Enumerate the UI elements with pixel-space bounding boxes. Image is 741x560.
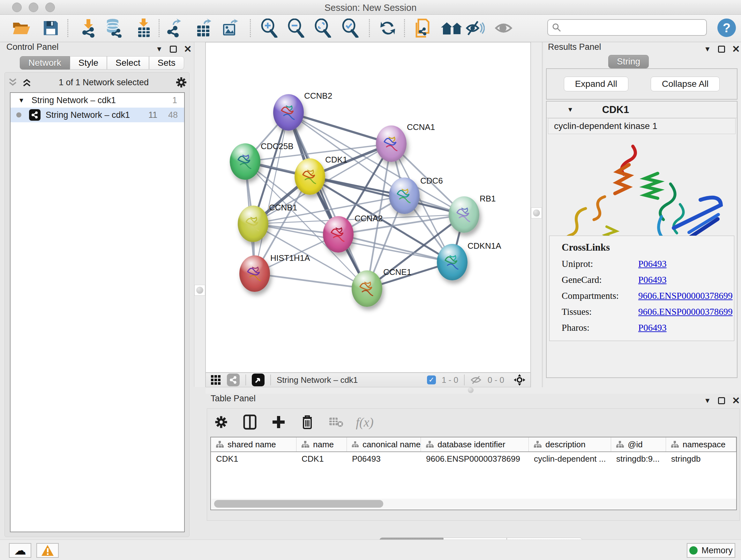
network-node-CCNA1[interactable] xyxy=(376,125,407,162)
network-node-CDC6[interactable] xyxy=(389,178,420,214)
table-cell[interactable]: stringdb:9... xyxy=(611,452,666,467)
right-splitter[interactable] xyxy=(531,42,542,387)
network-canvas[interactable]: CCNB2 CCNA1 CDC25B CDK1 CDC6 RB1 CCNB1 xyxy=(205,42,531,373)
search-box[interactable] xyxy=(547,19,707,36)
save-session-button[interactable] xyxy=(41,18,61,38)
tab-sets[interactable]: Sets xyxy=(149,56,184,70)
delete-column-button[interactable] xyxy=(298,413,316,431)
crosshair-icon[interactable] xyxy=(513,374,526,386)
first-neighbors-button[interactable] xyxy=(440,18,464,38)
gear-icon[interactable] xyxy=(175,76,187,88)
open-session-button[interactable] xyxy=(11,18,31,38)
network-node-CCNE1[interactable] xyxy=(352,270,382,307)
table-settings-button[interactable] xyxy=(212,413,230,431)
export-network-button[interactable] xyxy=(165,18,185,38)
tab-style[interactable]: Style xyxy=(70,56,107,70)
left-splitter[interactable] xyxy=(194,42,205,387)
network-node-HIST1H1A[interactable] xyxy=(239,255,270,292)
horizontal-splitter[interactable] xyxy=(205,387,741,394)
search-input[interactable] xyxy=(561,23,702,33)
tab-select[interactable]: Select xyxy=(107,56,149,70)
pharos-link[interactable]: P06493 xyxy=(638,322,667,333)
grid-view-icon[interactable] xyxy=(210,374,221,385)
network-collection-row[interactable]: ▼ String Network – cdk1 1 xyxy=(10,93,184,108)
column-header-description[interactable]: description xyxy=(529,437,611,451)
clone-network-button[interactable] xyxy=(413,18,433,38)
column-header-database-identifier[interactable]: database identifier xyxy=(421,437,529,451)
network-node-CCNB2[interactable] xyxy=(273,94,304,131)
import-network-from-database-button[interactable] xyxy=(105,18,124,38)
table-cell[interactable]: CDK1 xyxy=(211,452,296,467)
zoom-in-button[interactable] xyxy=(259,18,279,38)
column-header-canonical-name[interactable]: canonical name xyxy=(347,437,421,451)
column-header--id[interactable]: @id xyxy=(611,437,666,451)
warnings-button[interactable] xyxy=(37,543,59,558)
column-header-name[interactable]: name xyxy=(296,437,347,451)
table-panel-close-button[interactable]: ✕ xyxy=(732,395,740,406)
tab-string[interactable]: String xyxy=(608,55,649,68)
import-table-button[interactable] xyxy=(134,18,153,38)
function-builder-button[interactable]: f(x) xyxy=(356,415,374,430)
cloud-button[interactable]: ☁ xyxy=(9,543,31,558)
help-button[interactable]: ? xyxy=(718,18,736,37)
memory-button[interactable]: Memory xyxy=(687,543,735,558)
results-panel-menu-button[interactable]: ▼ xyxy=(704,45,711,53)
network-node-CCNB1[interactable] xyxy=(238,206,268,242)
column-header-namespace[interactable]: namespace xyxy=(666,437,736,451)
import-network-button[interactable] xyxy=(78,18,98,38)
table-hscrollbar[interactable] xyxy=(212,499,736,509)
control-panel-menu-button[interactable]: ▼ xyxy=(156,45,163,53)
table-cell[interactable]: cyclin-dependent ... xyxy=(529,452,611,467)
network-node-CDK1[interactable] xyxy=(294,159,325,195)
splitter-grip[interactable] xyxy=(468,387,474,393)
control-panel-float-button[interactable] xyxy=(170,46,177,53)
show-columns-button[interactable] xyxy=(241,413,259,431)
string-view-icon[interactable] xyxy=(227,374,240,386)
network-row-selected[interactable]: String Network – cdk1 11 48 xyxy=(10,108,184,122)
apply-layout-button[interactable] xyxy=(378,18,398,38)
hide-selected-button[interactable] xyxy=(465,18,485,38)
protein-card-header[interactable]: ▼ CDK1 xyxy=(547,102,737,118)
table-panel-float-button[interactable] xyxy=(718,397,725,404)
table-cell[interactable]: 9606.ENSP00000378699 xyxy=(421,452,529,467)
tab-network[interactable]: Network xyxy=(20,56,70,70)
node-table-row[interactable]: CDK1CDK1P064939606.ENSP00000378699cyclin… xyxy=(211,452,736,467)
column-header-shared-name[interactable]: shared name xyxy=(211,437,296,451)
table-cell[interactable]: P06493 xyxy=(347,452,421,467)
splitter-grip[interactable] xyxy=(196,287,203,294)
table-panel-menu-button[interactable]: ▼ xyxy=(704,396,711,405)
network-node-CDKN1A[interactable] xyxy=(437,244,468,280)
expand-all-button[interactable]: Expand All xyxy=(564,77,628,91)
node-table: shared name name canonical name database… xyxy=(210,437,737,510)
birdseye-view-icon[interactable] xyxy=(252,374,265,386)
table-cell[interactable]: CDK1 xyxy=(296,452,347,467)
export-image-button[interactable] xyxy=(220,18,240,38)
table-cell[interactable]: stringdb xyxy=(666,452,736,467)
zoom-out-button[interactable] xyxy=(286,18,306,38)
network-node-CCNA2[interactable] xyxy=(323,216,354,253)
splitter-grip[interactable] xyxy=(533,209,540,216)
network-node-RB1[interactable] xyxy=(449,196,479,233)
genecard-link[interactable]: P06493 xyxy=(638,274,667,285)
collapse-all-icon[interactable] xyxy=(7,77,18,88)
tissues-link[interactable]: 9606.ENSP00000378699 xyxy=(638,307,733,317)
uniprot-link[interactable]: P06493 xyxy=(638,259,667,269)
export-table-button[interactable] xyxy=(194,18,214,38)
show-all-button[interactable] xyxy=(494,18,514,38)
zoom-in-icon xyxy=(260,18,278,38)
scrollbar-thumb[interactable] xyxy=(214,500,383,508)
create-column-button[interactable] xyxy=(270,413,287,431)
delete-table-button[interactable] xyxy=(327,413,345,431)
collapse-all-button[interactable]: Collapse All xyxy=(651,77,720,91)
tree-expander-icon[interactable]: ▼ xyxy=(18,97,24,104)
collapse-caret-icon[interactable]: ▼ xyxy=(567,106,574,113)
control-panel-close-button[interactable]: ✕ xyxy=(184,44,192,55)
zoom-fit-button[interactable] xyxy=(313,18,333,38)
compartments-link[interactable]: 9606.ENSP00000378699 xyxy=(638,291,733,301)
selected-checkbox-icon[interactable]: ✓ xyxy=(427,375,436,384)
results-panel-close-button[interactable]: ✕ xyxy=(732,44,740,55)
network-node-CDC25B[interactable] xyxy=(230,143,260,180)
expand-all-icon[interactable] xyxy=(21,77,32,88)
zoom-selected-button[interactable] xyxy=(340,18,360,38)
results-panel-float-button[interactable] xyxy=(718,46,725,53)
